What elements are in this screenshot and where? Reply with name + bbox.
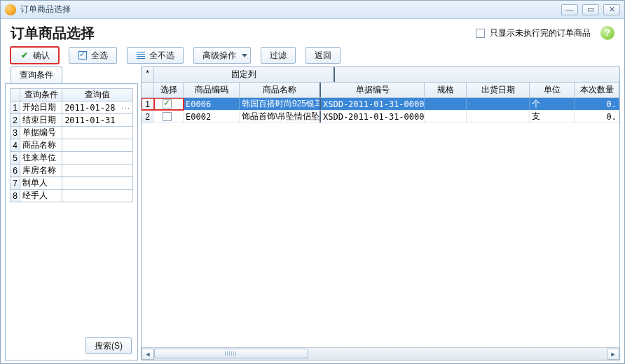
cell-unit: 支 [530,111,575,122]
col-qty[interactable]: 本次数量 [575,83,619,97]
filter-button[interactable]: 过滤 [261,47,296,64]
cell-qty: 0. [575,111,619,122]
query-field-label: 结束日期 [20,114,62,127]
row-number: 1 [142,98,154,110]
query-field-label: 往来单位 [20,152,62,164]
tab-query[interactable]: 查询条件 [11,66,62,83]
row-select-cell[interactable] [154,111,184,122]
query-row[interactable]: 6库房名称 [11,164,133,177]
table-row[interactable]: 2E0002饰品首饰\吊坠情侣坠XSDD-2011-01-31-00001支0. [142,111,619,123]
col-unit[interactable]: 单位 [530,83,575,97]
checkbox-checked-icon [78,50,88,60]
col-code[interactable]: 商品编码 [184,83,240,97]
scroll-thumb[interactable] [154,349,308,358]
fixed-columns-label: 固定列 [154,67,335,82]
query-field-value[interactable] [62,127,133,139]
search-button[interactable]: 搜索(S) [85,337,132,354]
minimize-button[interactable]: — [561,4,578,15]
cell-code: E0006 [184,98,240,110]
query-field-label: 商品名称 [20,139,62,152]
cell-doc: XSDD-2011-01-31-00001 [321,98,425,110]
page-title: 订单商品选择 [11,24,95,43]
only-unfinished-checkbox[interactable]: 只显示未执行完的订单商品 [476,27,591,39]
row-number: 6 [11,164,20,177]
row-number: 1 [11,102,20,114]
row-number: 2 [142,111,154,122]
query-row[interactable]: 1开始日期2011-01-28··· [11,102,133,114]
cell-name: 韩国百搭时尚925银耳 [240,98,321,110]
row-number: 3 [11,127,20,139]
date-picker-icon[interactable]: ··· [121,103,130,113]
col-ship[interactable]: 出货日期 [467,83,530,97]
cell-qty: 0. [575,98,619,110]
col-name[interactable]: 商品名称 [240,83,321,97]
grid-header: 选择 商品编码 商品名称 单据编号 规格 出货日期 单位 本次数量 [142,83,619,98]
header: 订单商品选择 只显示未执行完的订单商品 ? [1,19,624,44]
query-field-value[interactable] [62,152,133,164]
scroll-right-button[interactable]: ► [607,349,619,360]
query-field-value[interactable]: 2011-01-28··· [62,102,133,114]
scroll-track[interactable] [154,349,607,360]
only-unfinished-label: 只显示未执行完的订单商品 [490,28,591,38]
query-field-value[interactable] [62,190,133,202]
advanced-button[interactable]: 高级操作 [193,47,251,64]
maximize-button[interactable]: ▭ [582,4,599,15]
col-marker: * [142,67,154,82]
window-title: 订单商品选择 [20,4,71,15]
checkbox-icon [476,29,485,38]
query-col-value: 查询值 [62,89,133,102]
query-row[interactable]: 8经手人 [11,190,133,202]
query-row[interactable]: 5往来单位 [11,152,133,164]
query-field-value[interactable]: 2011-01-31 [62,114,133,127]
grid-panel: * 固定列 选择 商品编码 商品名称 单据编号 规格 出货日期 单位 本次数量 … [141,66,620,360]
row-select-cell[interactable] [154,98,184,110]
title-bar: 订单商品选择 — ▭ ✕ [1,1,624,19]
cell-ship [467,98,530,110]
check-icon: ✔ [20,50,29,60]
col-select[interactable]: 选择 [154,83,184,97]
list-icon [136,50,146,60]
grid-body: 1E0006韩国百搭时尚925银耳XSDD-2011-01-31-00001个0… [142,98,619,347]
cell-spec [425,111,467,122]
row-number: 2 [11,114,20,127]
query-table: 查询条件 查询值 1开始日期2011-01-28···2结束日期2011-01-… [10,88,133,202]
toolbar: ✔ 确认 全选 全不选 高级操作 过滤 返回 [1,44,624,66]
query-row[interactable]: 7制单人 [11,177,133,190]
help-icon[interactable]: ? [600,26,614,40]
col-doc[interactable]: 单据编号 [321,83,425,97]
query-panel: 查询条件 查询条件 查询值 1开始日期2011-01-28···2结束日期201… [2,66,141,363]
query-field-value[interactable] [62,139,133,152]
query-field-value[interactable] [62,164,133,177]
col-spec[interactable]: 规格 [425,83,467,97]
query-field-label: 库房名称 [20,164,62,177]
query-col-condition: 查询条件 [20,89,62,102]
table-row[interactable]: 1E0006韩国百搭时尚925银耳XSDD-2011-01-31-00001个0… [142,98,619,111]
query-field-label: 制单人 [20,177,62,190]
query-field-label: 开始日期 [20,102,62,114]
query-row[interactable]: 2结束日期2011-01-31 [11,114,133,127]
row-number: 4 [11,139,20,152]
close-button[interactable]: ✕ [603,4,620,15]
cell-unit: 个 [530,98,575,110]
checkbox-icon [163,112,172,121]
cell-name: 饰品首饰\吊坠情侣坠 [240,111,321,122]
chevron-down-icon [242,54,247,57]
row-number: 5 [11,152,20,164]
row-number: 7 [11,177,20,190]
cell-ship [467,111,530,122]
app-icon [5,4,16,15]
query-row[interactable]: 3单据编号 [11,127,133,139]
query-row[interactable]: 4商品名称 [11,139,133,152]
row-number: 8 [11,190,20,202]
checkbox-icon [163,99,172,108]
select-none-button[interactable]: 全不选 [127,47,184,64]
confirm-button[interactable]: ✔ 确认 [11,47,59,64]
horizontal-scrollbar[interactable]: ◄ ► [142,347,619,360]
query-field-label: 经手人 [20,190,62,202]
query-field-value[interactable] [62,177,133,190]
select-all-button[interactable]: 全选 [69,47,117,64]
scroll-left-button[interactable]: ◄ [142,349,154,360]
cell-doc: XSDD-2011-01-31-00001 [321,111,425,122]
cell-spec [425,98,467,110]
back-button[interactable]: 返回 [305,47,341,64]
